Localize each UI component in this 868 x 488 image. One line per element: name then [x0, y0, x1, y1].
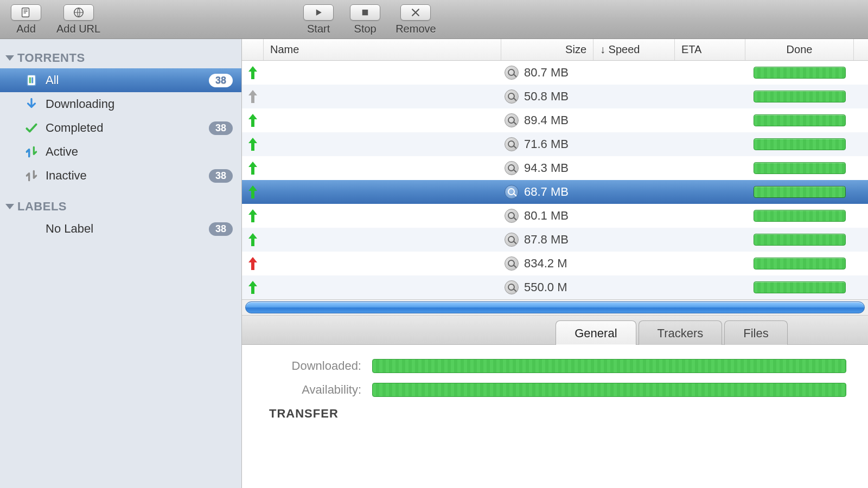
horizontal-scrollbar[interactable] [242, 299, 868, 316]
sidebar-item-no-label[interactable]: No Label38 [0, 217, 241, 241]
magnify-icon[interactable] [505, 209, 519, 223]
progress-bar [754, 281, 846, 293]
table-row[interactable]: 80.7 MB [242, 61, 868, 85]
size-cell: 94.3 MB [501, 161, 593, 175]
size-value: 80.1 MB [524, 209, 569, 223]
table-row[interactable]: 89.4 MB [242, 108, 868, 132]
table-row[interactable]: 71.6 MB [242, 132, 868, 156]
sidebar-item-all[interactable]: All38 [0, 68, 241, 92]
sidebar: TORRENTS All38DownloadingCompleted38Acti… [0, 39, 242, 488]
column-done[interactable]: Done [745, 39, 854, 60]
done-cell [745, 138, 854, 150]
progress-bar [754, 67, 846, 79]
size-cell: 80.1 MB [501, 209, 593, 223]
add-url-button[interactable]: Add URL [56, 4, 100, 35]
table-row[interactable]: 550.0 M [242, 275, 868, 299]
scrollbar-thumb[interactable] [245, 301, 865, 313]
magnify-icon[interactable] [505, 137, 519, 151]
disclosure-triangle-icon [5, 55, 14, 61]
magnify-icon[interactable] [505, 256, 519, 271]
progress-bar [754, 210, 846, 222]
sidebar-section-labels-header[interactable]: LABELS [0, 195, 241, 217]
done-cell [745, 186, 854, 198]
add-url-label: Add URL [56, 23, 100, 35]
sidebar-item-badge: 38 [209, 121, 233, 135]
column-name[interactable]: Name [264, 39, 501, 60]
done-cell [745, 114, 854, 126]
done-cell [745, 91, 854, 102]
magnify-icon[interactable] [505, 66, 519, 80]
sidebar-item-completed[interactable]: Completed38 [0, 116, 241, 140]
size-value: 80.7 MB [524, 66, 569, 80]
status-arrow-cell [242, 137, 264, 152]
sidebar-item-label: Downloading [46, 97, 114, 111]
sidebar-item-inactive[interactable]: Inactive38 [0, 164, 241, 188]
table-row[interactable]: 834.2 M [242, 252, 868, 275]
sidebar-item-downloading[interactable]: Downloading [0, 92, 241, 116]
done-cell [745, 234, 854, 246]
start-button[interactable]: Start [302, 4, 335, 35]
stop-button[interactable]: Stop [349, 4, 381, 35]
column-size[interactable]: Size [501, 39, 593, 60]
done-cell [745, 281, 854, 293]
tab-trackers[interactable]: Trackers [639, 320, 723, 345]
up-arrow-icon [247, 280, 258, 295]
detail-downloaded-row: Downloaded: [264, 359, 846, 373]
detail-panel: Downloaded: Availability: TRANSFER [242, 345, 868, 488]
status-arrow-cell [242, 208, 264, 223]
size-cell: 80.7 MB [501, 66, 593, 80]
magnify-icon[interactable] [505, 185, 519, 199]
status-arrow-cell [242, 113, 264, 128]
add-button[interactable]: Add [10, 4, 42, 35]
all-icon [24, 73, 39, 88]
column-status[interactable] [242, 39, 264, 60]
column-speed[interactable]: ↓ Speed [593, 39, 675, 60]
section-title: TORRENTS [17, 51, 85, 65]
up-arrow-icon [247, 256, 258, 271]
availability-progress-bar [372, 383, 846, 397]
table-row[interactable]: 50.8 MB [242, 85, 868, 108]
magnify-icon[interactable] [505, 161, 519, 175]
progress-bar [754, 258, 846, 269]
size-cell: 834.2 M [501, 256, 593, 271]
tab-files[interactable]: Files [724, 320, 787, 345]
table-row[interactable]: 68.7 MB [242, 180, 868, 204]
sidebar-item-active[interactable]: Active [0, 140, 241, 164]
tab-general[interactable]: General [556, 320, 636, 345]
up-arrow-icon [247, 160, 258, 176]
column-eta[interactable]: ETA [675, 39, 745, 60]
status-arrow-cell [242, 89, 264, 104]
progress-bar [754, 114, 846, 126]
sidebar-section-torrents-header[interactable]: TORRENTS [0, 47, 241, 68]
up-arrow-icon [247, 113, 258, 128]
table-row[interactable]: 94.3 MB [242, 156, 868, 180]
magnify-icon[interactable] [505, 113, 519, 127]
up-arrow-icon [247, 137, 258, 152]
up-arrow-icon [247, 232, 258, 247]
column-extra[interactable] [854, 39, 868, 60]
magnify-icon[interactable] [505, 233, 519, 247]
magnify-icon[interactable] [505, 280, 519, 294]
up-arrow-icon [247, 65, 258, 80]
size-value: 834.2 M [524, 256, 567, 271]
sidebar-item-label: Completed [46, 121, 103, 135]
size-value: 94.3 MB [524, 161, 569, 175]
downloaded-progress-bar [372, 359, 846, 373]
progress-bar [754, 162, 846, 174]
transfer-section-header: TRANSFER [264, 407, 846, 421]
progress-bar [754, 138, 846, 150]
detail-tabs: GeneralTrackersFiles [242, 316, 868, 345]
done-cell [745, 162, 854, 174]
remove-button[interactable]: Remove [395, 4, 436, 35]
sidebar-item-badge: 38 [209, 222, 233, 236]
globe-icon [63, 4, 94, 21]
size-cell: 550.0 M [501, 280, 593, 294]
stop-icon [350, 4, 380, 21]
magnify-icon[interactable] [505, 89, 519, 104]
done-cell [745, 67, 854, 79]
section-title: LABELS [17, 200, 67, 214]
sidebar-item-badge: 38 [209, 169, 233, 183]
table-row[interactable]: 87.8 MB [242, 228, 868, 252]
size-cell: 89.4 MB [501, 113, 593, 127]
table-row[interactable]: 80.1 MB [242, 204, 868, 228]
